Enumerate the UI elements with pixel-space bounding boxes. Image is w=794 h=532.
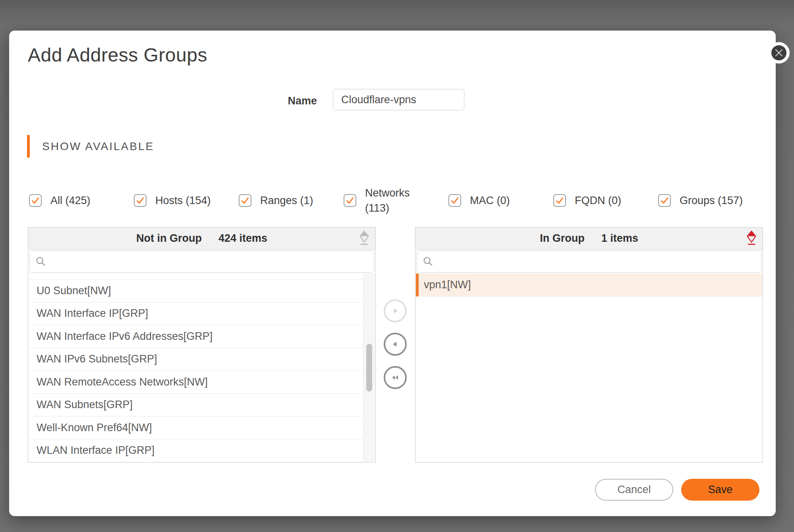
checkmark-icon — [659, 195, 670, 206]
list-item-label: WAN RemoteAccess Networks[NW] — [37, 376, 208, 388]
filter-label: All (425) — [50, 193, 91, 208]
filter-checkbox-item[interactable]: Ranges (1) — [239, 193, 344, 208]
double-arrow-left-icon — [390, 372, 401, 383]
list-item[interactable]: WAN IPv6 Subnets[GRP] — [29, 348, 363, 371]
in-group-search — [417, 251, 761, 273]
list-item-label: WLAN Interface IP[GRP] — [37, 444, 155, 457]
left-list-scrollbar-track[interactable] — [363, 274, 375, 462]
clear-right-list-button[interactable] — [746, 231, 757, 245]
list-item-label: WAN Subnets[GRP] — [37, 399, 133, 411]
list-item[interactable]: WAN Subnets[GRP] — [29, 394, 363, 417]
list-item-label: WAN Interface IPv6 Addresses[GRP] — [37, 330, 213, 343]
move-right-button[interactable] — [384, 299, 407, 322]
filter-checkbox-item[interactable]: Networks (113) — [344, 185, 448, 216]
filter-label: Ranges (1) — [260, 193, 313, 208]
list-item[interactable]: WLAN Interface IP[GRP] — [29, 439, 363, 462]
not-in-group-header: Not in Group 424 items — [28, 227, 375, 250]
checkmark-icon — [345, 195, 355, 206]
not-in-group-list: U0 Subnet[NW] WAN Interface IP[GRP] WAN … — [29, 274, 363, 462]
checkmark-icon — [240, 195, 250, 206]
in-group-count: 1 items — [601, 232, 638, 245]
in-group-search-input[interactable] — [438, 252, 761, 271]
checkmark-icon — [30, 195, 41, 206]
list-item-label: Well-Known Pref64[NW] — [37, 422, 152, 434]
list-item[interactable]: vpn1[NW] — [416, 274, 762, 297]
checkbox-checked[interactable] — [134, 194, 147, 207]
list-item-label: vpn1[NW] — [424, 279, 471, 291]
filter-label: Networks (113) — [365, 185, 417, 216]
section-header: SHOW AVAILABLE — [27, 135, 154, 158]
name-label: Name — [9, 94, 317, 108]
filter-checkbox-item[interactable]: Groups (157) — [658, 193, 763, 208]
in-group-title: In Group — [540, 232, 584, 245]
list-item[interactable]: WAN Interface IP[GRP] — [29, 303, 363, 326]
checkbox-checked[interactable] — [658, 194, 671, 207]
filter-label: Groups (157) — [680, 193, 743, 208]
section-accent-bar — [27, 135, 30, 158]
not-in-group-search — [29, 251, 374, 273]
in-group-header: In Group 1 items — [415, 227, 763, 250]
list-item[interactable]: Well-Known Pref64[NW] — [29, 416, 363, 439]
section-heading: SHOW AVAILABLE — [42, 140, 154, 153]
left-list-scrollbar-thumb[interactable] — [366, 344, 372, 391]
checkbox-checked[interactable] — [344, 194, 356, 207]
clipped-list-item — [29, 274, 363, 279]
not-in-group-panel: Not in Group 424 items U0 Subnet[NW] WAN — [28, 227, 376, 463]
not-in-group-title: Not in Group — [136, 232, 202, 245]
close-icon — [774, 48, 784, 58]
search-icon — [423, 256, 434, 267]
list-item[interactable]: WAN Interface IPv6 Addresses[GRP] — [29, 325, 363, 348]
filter-label: MAC (0) — [470, 193, 510, 208]
save-button[interactable]: Save — [681, 479, 759, 501]
checkbox-checked[interactable] — [239, 194, 251, 207]
list-item-label: WAN Interface IP[GRP] — [37, 307, 148, 320]
close-button[interactable] — [768, 42, 790, 64]
checkbox-checked[interactable] — [29, 194, 42, 207]
filter-row: All (425) Hosts (154) Ranges (1) Network… — [29, 185, 764, 216]
clear-left-list-button[interactable] — [359, 231, 370, 245]
in-group-list: vpn1[NW] — [416, 274, 762, 462]
list-item[interactable]: U0 Subnet[NW] — [29, 279, 363, 303]
in-group-panel: In Group 1 items vpn1[NW] — [415, 227, 763, 463]
not-in-group-search-input[interactable] — [50, 252, 374, 271]
eraser-icon — [746, 231, 757, 245]
filter-label: Hosts (154) — [155, 193, 211, 208]
list-item-label: WAN IPv6 Subnets[GRP] — [37, 353, 157, 365]
filter-label: FQDN (0) — [575, 193, 621, 208]
move-all-left-button[interactable] — [384, 366, 407, 389]
checkmark-icon — [135, 195, 145, 206]
search-icon — [35, 256, 46, 267]
filter-checkbox-item[interactable]: All (425) — [29, 193, 134, 208]
arrow-right-icon — [390, 305, 401, 316]
name-input[interactable] — [333, 89, 464, 110]
cancel-button[interactable]: Cancel — [595, 479, 673, 501]
list-item[interactable]: WAN RemoteAccess Networks[NW] — [29, 371, 363, 394]
add-address-groups-dialog: Add Address Groups Name SHOW AVAILABLE A… — [9, 31, 776, 516]
list-item-label: U0 Subnet[NW] — [37, 285, 111, 297]
checkbox-checked[interactable] — [448, 194, 461, 207]
checkmark-icon — [554, 195, 565, 206]
dialog-title: Add Address Groups — [28, 43, 207, 67]
move-left-button[interactable] — [384, 333, 407, 356]
checkmark-icon — [450, 195, 460, 206]
filter-checkbox-item[interactable]: Hosts (154) — [134, 193, 239, 208]
arrow-left-icon — [390, 339, 401, 350]
filter-checkbox-item[interactable]: FQDN (0) — [553, 193, 658, 208]
checkbox-checked[interactable] — [553, 194, 566, 207]
not-in-group-count: 424 items — [218, 232, 267, 245]
eraser-icon — [359, 231, 370, 245]
filter-checkbox-item[interactable]: MAC (0) — [448, 193, 553, 208]
